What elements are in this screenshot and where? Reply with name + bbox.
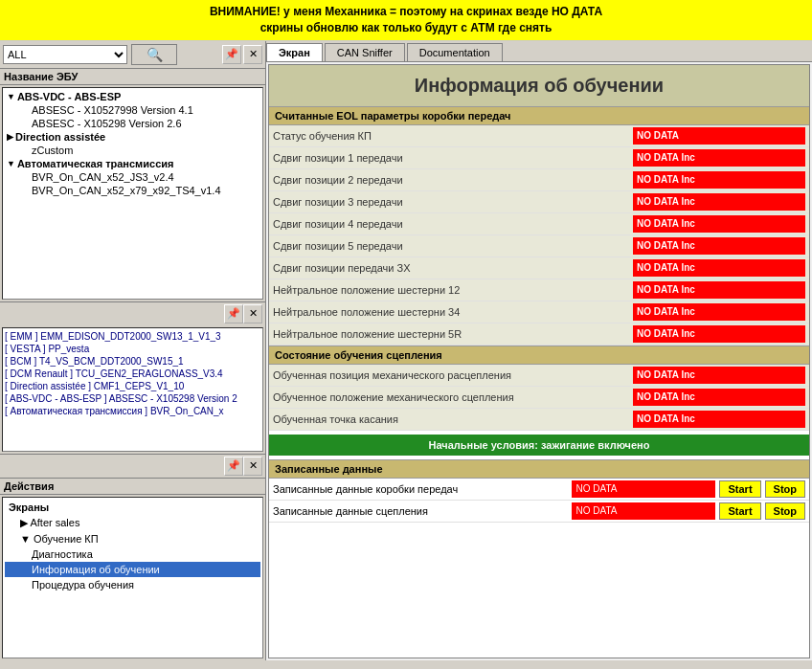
actions-header: Действия	[0, 478, 265, 495]
param-value-sdvig4: NO DATA Inc	[633, 215, 805, 233]
clutch-row-1: Обученная позиция механического расцепле…	[269, 365, 809, 387]
log-item-5[interactable]: [ Direction assistée ] CMF1_CEPS_V1_10	[5, 380, 260, 392]
recorded-value-2: NO DATA	[572, 502, 715, 520]
warning-line2: скрины обновлю как только будут с АТМ гд…	[8, 20, 804, 36]
tab-bar: Экран CAN Sniffer Documentation	[266, 41, 812, 62]
param-label-neutral5r: Нейтральное положение шестерни 5R	[273, 328, 633, 340]
param-row-neutral12: Нейтральное положение шестерни 12 NO DAT…	[269, 279, 809, 301]
tab-screen[interactable]: Экран	[266, 43, 323, 61]
expand-arrow-transmission: ▼	[7, 159, 15, 168]
recorded-label-1: Записанные данные коробки передач	[273, 483, 568, 495]
param-row-sdvig3: Сдвиг позиции 3 передачи NO DATA Inc	[269, 191, 809, 213]
log-item-3[interactable]: [ BCM ] T4_VS_BCM_DDT2000_SW15_1	[5, 355, 260, 368]
tab-documentation[interactable]: Documentation	[407, 43, 503, 61]
tree-group-transmission: BVR_On_CAN_x52_JS3_v2.4 BVR_On_CAN_x52_x…	[5, 170, 260, 197]
close-panel-button[interactable]: ✕	[243, 45, 262, 64]
tree-item-absesc1[interactable]: ABSESC - X10527998 Version 4.1	[16, 103, 260, 117]
log-item-7[interactable]: [ Автоматическая трансмиссия ] BVR_On_CA…	[5, 405, 260, 417]
log-item-4[interactable]: [ DCM Renault ] TCU_GEN2_ERAGLONASS_V3.4	[5, 368, 260, 380]
recorded-row-1: Записанные данные коробки передач NO DAT…	[269, 479, 809, 501]
tree-item-bvr2[interactable]: BVR_On_CAN_x52_x79_x92_TS4_v1.4	[16, 184, 260, 197]
ebu-filter-dropdown[interactable]: ALL	[3, 45, 127, 64]
param-row-neutral5r: Нейтральное положение шестерни 5R NO DAT…	[269, 323, 809, 346]
clutch-row-3: Обученная точка касания NO DATA Inc	[269, 409, 809, 431]
log-pin-button[interactable]: 📌	[224, 304, 243, 323]
clutch-value-3: NO DATA Inc	[633, 411, 805, 428]
clutch-label-1: Обученная позиция механического расцепле…	[273, 369, 633, 381]
right-panel: Экран CAN Sniffer Documentation Информац…	[266, 41, 812, 660]
left-panel: ALL 🔍 📌 ✕ Название ЭБУ ▼ ABS-VDC - ABS-E…	[0, 41, 266, 660]
actions-panel: 📌 ✕ Действия Экраны ▶ After sales ▼ Обуч…	[0, 454, 265, 660]
content-area: Информация об обучении Считанные EOL пар…	[268, 64, 810, 658]
param-label-sdvig3: Сдвиг позиции 3 передачи	[273, 196, 633, 208]
screens-tree: Экраны ▶ After sales ▼ Обучение КП Диагн…	[2, 497, 263, 658]
clutch-section-header: Состояние обучения сцепления	[269, 346, 809, 365]
content-title: Информация об обучении	[269, 65, 809, 106]
tree-label-abs: ABS-VDC - ABS-ESP	[17, 91, 121, 102]
start-button-2[interactable]: Start	[719, 502, 760, 520]
tree-group-direction: zCustom	[5, 144, 260, 157]
tree-group-abs: ABSESC - X10527998 Version 4.1 ABSESC - …	[5, 103, 260, 130]
expand-arrow-abs: ▼	[7, 92, 15, 101]
log-item-6[interactable]: [ ABS-VDC - ABS-ESP ] ABSESC - X105298 V…	[5, 392, 260, 405]
tree-item-abs-vdc[interactable]: ▼ ABS-VDC - ABS-ESP	[5, 90, 260, 103]
screen-after-sales[interactable]: ▶ After sales	[5, 515, 260, 531]
param-row-sdvig1: Сдвиг позиции 1 передачи NO DATA Inc	[269, 147, 809, 169]
clutch-label-3: Обученная точка касания	[273, 413, 633, 425]
param-row-sdvig-zh: Сдвиг позиции передачи ЗХ NO DATA Inc	[269, 257, 809, 279]
search-button[interactable]: 🔍	[131, 44, 177, 65]
tree-item-zcustom[interactable]: zCustom	[16, 144, 260, 157]
expand-arrow-direction: ▶	[7, 132, 13, 142]
pin-button[interactable]: 📌	[222, 45, 241, 64]
param-label-neutral12: Нейтральное положение шестерни 12	[273, 284, 633, 296]
warning-line1: ВНИМАНИЕ! у меня Механника = поэтому на …	[8, 4, 804, 20]
param-label-status: Статус обучения КП	[273, 130, 633, 142]
stop-button-2[interactable]: Stop	[765, 502, 805, 520]
ebu-tree: ▼ ABS-VDC - ABS-ESP ABSESC - X10527998 V…	[2, 87, 263, 300]
param-label-sdvig1: Сдвиг позиции 1 передачи	[273, 152, 633, 164]
log-item-2[interactable]: [ VESTA ] PP_vesta	[5, 343, 260, 355]
tree-item-bvr1[interactable]: BVR_On_CAN_x52_JS3_v2.4	[16, 170, 260, 184]
screen-info-obuchenie[interactable]: Информация об обучении	[5, 562, 260, 577]
tree-item-absesc2[interactable]: ABSESC - X105298 Version 2.6	[16, 117, 260, 130]
param-value-sdvig2: NO DATA Inc	[633, 171, 805, 189]
eol-section-header: Считанные EOL параметры коробки передач	[269, 106, 809, 125]
param-label-sdvig-zh: Сдвиг позиции передачи ЗХ	[273, 262, 633, 274]
clutch-value-1: NO DATA Inc	[633, 367, 805, 384]
screen-procedura[interactable]: Процедура обучения	[5, 577, 260, 592]
tree-item-transmission[interactable]: ▼ Автоматическая трансмиссия	[5, 157, 260, 170]
screens-label: Экраны	[5, 500, 260, 515]
log-item-1[interactable]: [ EMM ] EMM_EDISON_DDT2000_SW13_1_V1_3	[5, 330, 260, 343]
stop-button-1[interactable]: Stop	[765, 480, 805, 498]
start-button-1[interactable]: Start	[719, 480, 760, 498]
tree-label-direction: Direction assistée	[15, 131, 105, 143]
param-row-sdvig4: Сдвиг позиции 4 передачи NO DATA Inc	[269, 213, 809, 235]
param-value-status: NO DATA	[633, 127, 805, 145]
param-value-neutral34: NO DATA Inc	[633, 303, 805, 321]
param-row-sdvig5: Сдвиг позиции 5 передачи NO DATA Inc	[269, 235, 809, 257]
param-label-sdvig5: Сдвиг позиции 5 передачи	[273, 240, 633, 252]
param-value-sdvig3: NO DATA Inc	[633, 193, 805, 211]
clutch-row-2: Обученное положение механического сцепле…	[269, 387, 809, 409]
left-top-toolbar: ALL 🔍 📌 ✕	[0, 41, 265, 69]
param-row-sdvig2: Сдвиг позиции 2 передачи NO DATA Inc	[269, 169, 809, 191]
clutch-value-2: NO DATA Inc	[633, 389, 805, 406]
screen-diagnostika[interactable]: Диагностика	[5, 546, 260, 562]
arrow-after-sales: ▶	[20, 517, 30, 528]
recorded-section-header: Записанные данные	[269, 459, 809, 479]
tree-item-direction[interactable]: ▶ Direction assistée	[5, 130, 260, 144]
log-close-button[interactable]: ✕	[243, 304, 262, 323]
param-value-sdvig-zh: NO DATA Inc	[633, 259, 805, 277]
param-value-neutral12: NO DATA Inc	[633, 281, 805, 299]
tab-can-sniffer[interactable]: CAN Sniffer	[325, 43, 405, 61]
screen-obuchenie-kp[interactable]: ▼ Обучение КП	[5, 531, 260, 546]
actions-pin-button[interactable]: 📌	[224, 457, 243, 476]
recorded-value-1: NO DATA	[572, 480, 715, 498]
param-value-sdvig1: NO DATA Inc	[633, 149, 805, 167]
arrow-obuchenie: ▼	[20, 533, 34, 545]
ebu-tree-header: Название ЭБУ	[0, 69, 265, 85]
param-label-neutral34: Нейтральное положение шестерни 34	[273, 306, 633, 318]
tree-label-transmission: Автоматическая трансмиссия	[17, 158, 174, 169]
actions-close-button[interactable]: ✕	[243, 457, 262, 476]
clutch-label-2: Обученное положение механического сцепле…	[273, 391, 633, 403]
